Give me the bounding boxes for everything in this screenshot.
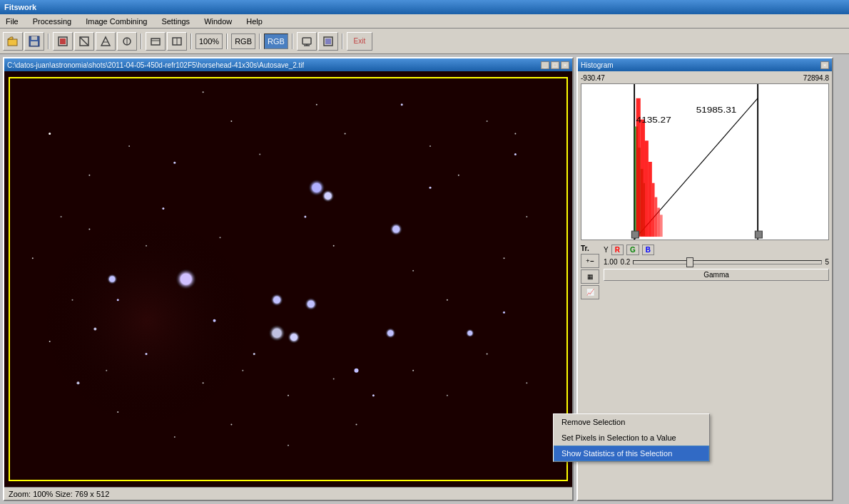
menu-help[interactable]: Help [243, 16, 265, 26]
svg-rect-4 [31, 41, 38, 46]
gamma-section: 1.00 0.2 5 Gamma [604, 258, 829, 281]
channel-r-btn[interactable]: R [611, 245, 624, 255]
toolbar-btn-display[interactable] [297, 32, 317, 51]
hist-range-min: -930.47 [581, 74, 605, 82]
main-area: C:\datos-juan\astronomia\shots\2011-04-0… [0, 54, 849, 504]
hist-ctrl-btn-3[interactable]: 📈 [581, 285, 599, 299]
zoom-status: Zoom: 100% Size: 769 x 512 [9, 490, 109, 498]
toolbar-save-btn[interactable] [24, 32, 44, 51]
rgb-active-label[interactable]: RGB [264, 34, 288, 49]
hist-range-max: 72894.8 [803, 74, 829, 82]
image-statusbar: Zoom: 100% Size: 769 x 512 [4, 487, 572, 500]
gamma-min: 0.2 [620, 258, 630, 266]
toolbar-btn-4[interactable] [74, 32, 94, 51]
gamma-max: 5 [825, 258, 829, 266]
toolbar-sep-7 [342, 34, 343, 49]
toolbar-sep-2 [141, 34, 142, 49]
histogram-title: Histogram [581, 61, 614, 69]
histogram-chart[interactable]: 4135.27 51985.31 [581, 83, 829, 240]
channel-b-btn[interactable]: B [642, 245, 654, 255]
hist-ctrl-btn-1[interactable]: +‒ [581, 254, 599, 268]
toolbar-sep-1 [48, 34, 49, 49]
toolbar-sep-3 [190, 34, 192, 49]
gamma-button[interactable]: Gamma [604, 269, 829, 281]
rgb-label: RGB [231, 34, 255, 49]
toolbar-btn-5[interactable] [96, 32, 116, 51]
toolbar-sep-5 [259, 34, 260, 49]
svg-rect-37 [660, 215, 663, 237]
svg-rect-33 [649, 162, 652, 237]
menu-window[interactable]: Window [201, 16, 235, 26]
channel-y-label: Y [604, 246, 609, 254]
histogram-range: -930.47 72894.8 [581, 74, 829, 82]
image-title: C:\datos-juan\astronomia\shots\2011-04-0… [7, 61, 304, 69]
minimize-btn[interactable]: _ [541, 61, 549, 69]
svg-rect-36 [657, 207, 660, 237]
svg-rect-3 [31, 36, 37, 40]
image-canvas[interactable] [4, 71, 572, 487]
svg-rect-17 [303, 38, 311, 44]
svg-line-8 [80, 37, 88, 46]
tr-label: Tr. [581, 245, 599, 252]
svg-rect-34 [652, 183, 655, 237]
svg-rect-6 [60, 38, 66, 44]
ctx-remove-selection[interactable]: Remove Selection [554, 414, 709, 430]
svg-rect-13 [151, 38, 160, 45]
ctx-show-statistics[interactable]: Show Statistics of this Selection [554, 446, 709, 461]
histogram-title-bar: Histogram × [578, 58, 832, 71]
gamma-value: 1.00 [604, 258, 617, 266]
svg-rect-21 [325, 38, 331, 44]
toolbar-open-btn[interactable] [3, 32, 23, 51]
gamma-thumb[interactable] [686, 257, 693, 267]
toolbar-sep-4 [226, 34, 228, 49]
svg-marker-1 [8, 37, 13, 39]
svg-rect-0 [8, 39, 17, 46]
channel-g-btn[interactable]: G [626, 245, 639, 255]
svg-rect-32 [645, 140, 649, 237]
close-btn[interactable]: × [561, 61, 569, 69]
toolbar-exit-btn[interactable]: Exit [347, 32, 372, 51]
menu-settings[interactable]: Settings [158, 16, 193, 26]
hist-ctrl-btn-2[interactable]: ▦ [581, 269, 599, 284]
app-title: Fitswork [4, 3, 36, 11]
svg-rect-35 [655, 197, 658, 237]
toolbar-btn-fit[interactable] [318, 32, 338, 51]
menu-image-combining[interactable]: Image Combining [83, 16, 150, 26]
toolbar: 100% RGB RGB Exit [0, 29, 849, 54]
toolbar-btn-8[interactable] [167, 32, 187, 51]
ctx-set-pixels[interactable]: Set Pixels in Selection to a Value [554, 430, 709, 446]
menu-processing[interactable]: Processing [30, 16, 74, 26]
context-menu: Remove Selection Set Pixels in Selection… [553, 413, 710, 462]
image-window: C:\datos-juan\astronomia\shots\2011-04-0… [3, 57, 574, 501]
window-controls: _ □ × [541, 61, 569, 69]
menu-bar: File Processing Image Combining Settings… [0, 14, 849, 29]
histogram-close-btn[interactable]: × [820, 61, 829, 69]
svg-rect-40 [631, 231, 639, 238]
toolbar-btn-7[interactable] [146, 32, 166, 51]
svg-marker-9 [101, 37, 110, 46]
toolbar-sep-6 [292, 34, 293, 49]
maximize-btn[interactable]: □ [551, 61, 559, 69]
svg-text:51985.31: 51985.31 [696, 106, 737, 114]
gamma-slider[interactable] [633, 260, 822, 264]
svg-rect-41 [755, 231, 762, 238]
menu-file[interactable]: File [3, 16, 21, 26]
app-title-bar: Fitswork [0, 0, 849, 14]
image-title-bar: C:\datos-juan\astronomia\shots\2011-04-0… [4, 58, 572, 71]
svg-text:4135.27: 4135.27 [636, 116, 671, 125]
toolbar-btn-6[interactable] [117, 32, 137, 51]
star-field-canvas [4, 71, 572, 487]
toolbar-btn-3[interactable] [53, 32, 73, 51]
svg-rect-31 [641, 120, 645, 237]
zoom-label: 100% [195, 34, 223, 49]
